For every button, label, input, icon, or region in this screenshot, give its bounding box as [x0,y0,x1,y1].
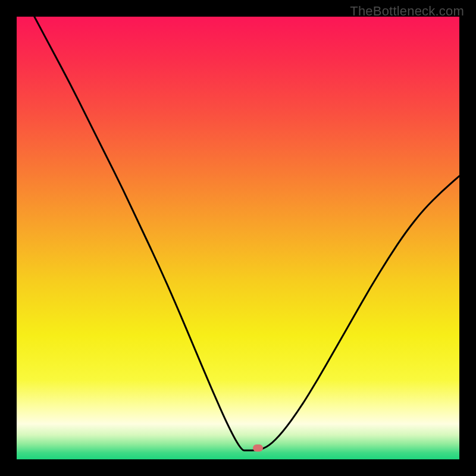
plot-svg [17,17,459,459]
plot-area [17,17,459,459]
watermark-text: TheBottleneck.com [350,4,464,19]
gradient-background [17,17,459,459]
chart-frame: TheBottleneck.com [0,0,476,476]
